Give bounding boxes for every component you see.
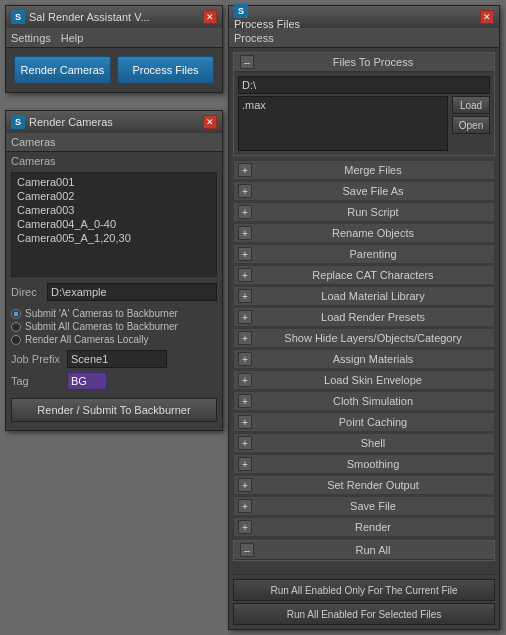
assistant-titlebar: S Sal Render Assistant V... ✕ [6,6,222,28]
settings-menu[interactable]: Settings [11,32,51,44]
cameras-label: Cameras [6,152,222,170]
camera-item[interactable]: Camera002 [14,189,214,203]
run-selected-files-button[interactable]: Run All Enabled For Selected Files [233,603,495,625]
run-all-title: Run All [258,544,488,556]
camera-item[interactable]: Camera003 [14,203,214,217]
item-label-smoothing: Smoothing [256,458,490,470]
process-item-run-script[interactable]: + Run Script [233,202,495,222]
expand-load-skin-icon[interactable]: + [238,373,252,387]
process-item-load-material[interactable]: + Load Material Library [233,286,495,306]
process-item-load-skin[interactable]: + Load Skin Envelope [233,370,495,390]
process-content: – Files To Process .max Load Open [229,48,499,574]
tag-input[interactable] [67,372,107,390]
process-item-rename[interactable]: + Rename Objects [233,223,495,243]
expand-set-render-output-icon[interactable]: + [238,478,252,492]
cameras-icon: S [11,115,25,129]
run-current-file-button[interactable]: Run All Enabled Only For The Current Fil… [233,579,495,601]
process-item-assign-materials[interactable]: + Assign Materials [233,349,495,369]
directory-label: Direc [11,286,43,298]
expand-rename-icon[interactable]: + [238,226,252,240]
cameras-title-left: S Render Cameras [11,115,113,129]
files-to-process-section: – Files To Process .max Load Open [233,52,495,156]
expand-point-caching-icon[interactable]: + [238,415,252,429]
expand-parenting-icon[interactable]: + [238,247,252,261]
process-item-cloth[interactable]: + Cloth Simulation [233,391,495,411]
job-prefix-input[interactable] [67,350,167,368]
radio-submit-all[interactable] [11,322,21,332]
camera-item[interactable]: Camera001 [14,175,214,189]
submit-backburner-button[interactable]: Render / Submit To Backburner [11,398,217,422]
load-button[interactable]: Load [452,96,490,114]
process-item-save-as[interactable]: + Save File As [233,181,495,201]
directory-input[interactable] [47,283,217,301]
process-item-smoothing[interactable]: + Smoothing [233,454,495,474]
expand-load-render-presets-icon[interactable]: + [238,310,252,324]
run-all-section: – Run All [233,540,495,561]
process-item-shell[interactable]: + Shell [233,433,495,453]
files-section-header[interactable]: – Files To Process [234,53,494,72]
expand-assign-materials-icon[interactable]: + [238,352,252,366]
radio-row-3: Render All Cameras Locally [11,333,217,346]
cameras-close-button[interactable]: ✕ [203,115,217,129]
job-prefix-label: Job Prefix [11,353,61,365]
file-path-input[interactable] [238,76,490,94]
process-item-parenting[interactable]: + Parenting [233,244,495,264]
expand-replace-cat-icon[interactable]: + [238,268,252,282]
camera-item[interactable]: Camera004_A_0-40 [14,217,214,231]
process-item-show-hide-layers[interactable]: + Show Hide Layers/Objects/Category [233,328,495,348]
camera-item[interactable]: Camera005_A_1,20,30 [14,231,214,245]
expand-shell-icon[interactable]: + [238,436,252,450]
expand-render-icon[interactable]: + [238,520,252,534]
process-item-save-file[interactable]: + Save File [233,496,495,516]
assistant-close-button[interactable]: ✕ [203,10,217,24]
help-menu[interactable]: Help [61,32,84,44]
expand-run-script-icon[interactable]: + [238,205,252,219]
process-icon: S [234,4,248,18]
expand-cloth-icon[interactable]: + [238,394,252,408]
radio-submit-a[interactable] [11,309,21,319]
radio-render-local[interactable] [11,335,21,345]
expand-load-material-icon[interactable]: + [238,289,252,303]
file-list-box[interactable]: .max [238,96,448,151]
expand-save-as-icon[interactable]: + [238,184,252,198]
tag-label: Tag [11,375,61,387]
main-buttons-area: Render Cameras Process Files [6,48,222,92]
open-button[interactable]: Open [452,116,490,134]
process-item-render[interactable]: + Render [233,517,495,537]
expand-show-hide-layers-icon[interactable]: + [238,331,252,345]
run-all-header[interactable]: – Run All [234,541,494,560]
process-menu-item[interactable]: Process [234,32,274,44]
process-titlebar: S Process Files ✕ [229,6,499,28]
process-title-left: S Process Files [234,4,300,30]
process-item-set-render-output[interactable]: + Set Render Output [233,475,495,495]
process-files-button[interactable]: Process Files [117,56,214,84]
process-close-button[interactable]: ✕ [480,10,494,24]
process-item-merge[interactable]: + Merge Files [233,160,495,180]
files-collapse-btn[interactable]: – [240,55,254,69]
cameras-window: S Render Cameras ✕ Cameras Cameras Camer… [5,110,223,431]
expand-smoothing-icon[interactable]: + [238,457,252,471]
item-label-show-hide-layers: Show Hide Layers/Objects/Category [256,332,490,344]
render-cameras-button[interactable]: Render Cameras [14,56,111,84]
process-window: S Process Files ✕ Process – Files To Pro… [228,5,500,630]
title-left: S Sal Render Assistant V... [11,10,150,24]
item-label-set-render-output: Set Render Output [256,479,490,491]
item-label-save-as: Save File As [256,185,490,197]
bottom-buttons-area: Run All Enabled Only For The Current Fil… [229,574,499,629]
file-inputs-area: .max Load Open [234,72,494,155]
radio-label-submit-a: Submit 'A' Cameras to Backburner [25,308,178,319]
file-ext-label: .max [239,97,447,113]
expand-merge-icon[interactable]: + [238,163,252,177]
expand-save-file-icon[interactable]: + [238,499,252,513]
process-item-load-render-presets[interactable]: + Load Render Presets [233,307,495,327]
run-all-collapse-btn[interactable]: – [240,543,254,557]
job-prefix-row: Job Prefix [6,348,222,370]
process-items-list: + Merge Files + Save File As + Run Scrip… [233,160,495,561]
item-label-parenting: Parenting [256,248,490,260]
item-label-load-skin: Load Skin Envelope [256,374,490,386]
files-section-title: Files To Process [258,56,488,68]
process-item-point-caching[interactable]: + Point Caching [233,412,495,432]
cameras-list[interactable]: Camera001 Camera002 Camera003 Camera004_… [11,172,217,277]
process-item-replace-cat[interactable]: + Replace CAT Characters [233,265,495,285]
cameras-titlebar: S Render Cameras ✕ [6,111,222,133]
